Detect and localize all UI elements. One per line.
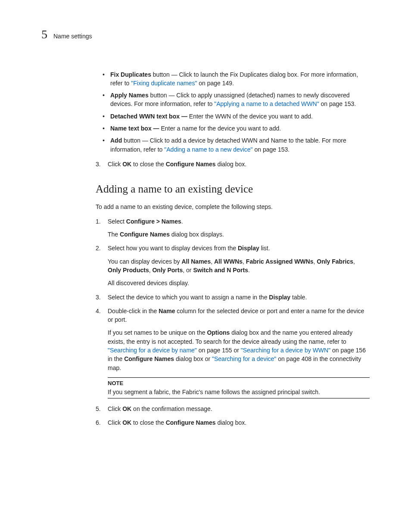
step-text: The	[108, 231, 120, 238]
step-item: Select Configure > Names. The Configure …	[96, 217, 370, 239]
bullet-bold: Apply Names	[110, 92, 149, 99]
step-text: dialog box.	[216, 419, 247, 426]
step-bold: Configure Names	[124, 355, 174, 362]
step-text: .	[181, 218, 183, 225]
bullet-bold: Detached WWN text box —	[110, 113, 187, 120]
step-text: Select the device to which you want to a…	[108, 294, 269, 301]
step-text: ,	[243, 258, 246, 265]
note-box: NOTE If you segment a fabric, the Fabric…	[108, 377, 370, 398]
step-text: to close the	[131, 419, 165, 426]
step-bold: Configure Names	[120, 231, 170, 238]
step-bold: Only Fabrics	[317, 258, 353, 265]
step-text: Click	[108, 405, 122, 412]
step-text: ,	[211, 258, 214, 265]
bullet-text: on page 153.	[253, 146, 290, 153]
link-searching-device-by-name[interactable]: "Searching for a device by name"	[108, 347, 197, 354]
step-item: Select how you want to display devices f…	[96, 244, 370, 287]
section-heading: Adding a name to an existing device	[96, 181, 370, 197]
step-item: Select the device to which you want to a…	[96, 293, 370, 302]
bullet-item: Apply Names button — Click to apply unas…	[110, 91, 370, 109]
step-bold: Only Products	[108, 267, 149, 274]
bullet-text: on page 153.	[319, 100, 356, 107]
step-text: on page 155 or	[197, 347, 241, 354]
step-bold: Display	[238, 245, 259, 252]
bullet-text: on page 149.	[197, 80, 234, 87]
step-text: All discovered devices display.	[108, 279, 370, 287]
step-bold: Switch and N Ports	[193, 267, 248, 274]
step-text: Double-click in the	[108, 308, 159, 314]
step-bold: Display	[269, 294, 290, 301]
step-text: Select	[108, 218, 126, 225]
note-label: NOTE	[108, 380, 370, 388]
bullet-item: Detached WWN text box — Enter the WWN of…	[110, 112, 370, 121]
link-searching-device-by-wwn[interactable]: "Searching for a device by WWN"	[241, 347, 330, 354]
step-text: , or	[183, 267, 193, 274]
chapter-title: Name settings	[53, 32, 92, 40]
bullet-list: Fix Duplicates button — Click to launch …	[96, 70, 370, 154]
step-text: Click	[108, 161, 122, 168]
chapter-number: 5	[41, 26, 47, 44]
link-fixing-duplicate-names[interactable]: "Fixing duplicate names"	[131, 80, 197, 87]
step-bold: OK	[122, 161, 131, 168]
step-text: dialog box displays.	[170, 231, 224, 238]
step-bold: Configure Names	[166, 161, 216, 168]
step-text: dialog box.	[216, 161, 247, 168]
step-text: to close the	[131, 161, 165, 168]
step-text: table.	[290, 294, 307, 301]
step-text: Click	[108, 419, 122, 426]
step-bold: Configure Names	[166, 419, 216, 426]
bullet-bold: Fix Duplicates	[110, 71, 151, 78]
step-bold: OK	[122, 405, 131, 412]
step-text: .	[248, 267, 250, 274]
step-text: Select how you want to display devices f…	[108, 245, 238, 252]
link-searching-device[interactable]: "Searching for a device"	[212, 355, 276, 362]
bullet-item: Fix Duplicates button — Click to launch …	[110, 70, 370, 88]
step-item: Click OK to close the Configure Names di…	[96, 418, 370, 427]
step-text: If you set names to be unique on the	[108, 329, 207, 336]
bullet-bold: Add	[110, 137, 122, 144]
step-text: dialog box or	[174, 355, 212, 362]
step-bold: All WWNs	[214, 258, 243, 265]
bullet-item: Name text box — Enter a name for the dev…	[110, 124, 370, 133]
step-item: Click OK on the confirmation message.	[96, 404, 370, 413]
link-applying-name-detached-wwn[interactable]: "Applying a name to a detached WWN"	[214, 100, 319, 107]
top-steps: Click OK to close the Configure Names di…	[96, 160, 370, 168]
note-body: If you segment a fabric, the Fabric's na…	[108, 388, 370, 396]
step-bold: Options	[207, 329, 230, 336]
step-text: You can display devices by	[108, 258, 181, 265]
step-text: list.	[259, 245, 270, 252]
step-item: Double-click in the Name column for the …	[96, 307, 370, 372]
bullet-item: Add button — Click to add a device by de…	[110, 136, 370, 154]
step-item: Click OK to close the Configure Names di…	[96, 160, 370, 168]
step-bold: Only Ports	[152, 267, 183, 274]
bullet-text: Enter a name for the device you want to …	[159, 125, 281, 132]
step-bold: Configure > Names	[126, 218, 181, 225]
link-adding-name-new-device[interactable]: "Adding a name to a new device"	[164, 146, 252, 153]
page-content: Fix Duplicates button — Click to launch …	[96, 70, 370, 427]
step-text: ,	[353, 258, 355, 265]
page-header: 5 Name settings	[41, 26, 370, 44]
step-text: on the confirmation message.	[131, 405, 212, 412]
bullet-text: Enter the WWN of the device you want to …	[187, 113, 313, 120]
step-bold: OK	[122, 419, 131, 426]
section-intro: To add a name to an existing device, com…	[96, 202, 370, 211]
step-bold: All Names	[181, 258, 211, 265]
step-bold: Name	[159, 308, 175, 314]
procedure-steps: Select Configure > Names. The Configure …	[96, 217, 370, 372]
procedure-steps-cont: Click OK on the confirmation message. Cl…	[96, 404, 370, 427]
step-bold: Fabric Assigned WWNs	[246, 258, 314, 265]
bullet-bold: Name text box —	[110, 125, 159, 132]
